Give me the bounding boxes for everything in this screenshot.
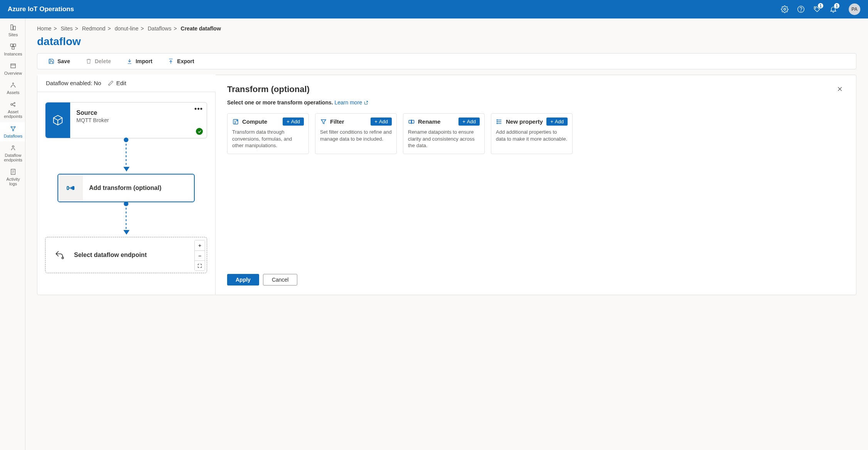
top-header: Azure IoT Operations 1 1 PA: [0, 0, 868, 18]
svg-point-1: [798, 6, 804, 13]
settings-icon[interactable]: [781, 5, 789, 13]
tag-notifications-icon[interactable]: 1: [813, 5, 821, 13]
svg-point-2: [801, 11, 801, 11]
svg-point-0: [784, 8, 786, 10]
badge-count: 1: [818, 3, 823, 8]
user-avatar[interactable]: PA: [849, 3, 860, 15]
badge-count: 1: [834, 3, 839, 8]
brand-title: Azure IoT Operations: [8, 5, 781, 13]
svg-point-3: [815, 8, 816, 8]
header-icons: 1 1 PA: [781, 3, 860, 15]
bell-notifications-icon[interactable]: 1: [829, 5, 837, 13]
help-icon[interactable]: [797, 5, 805, 13]
